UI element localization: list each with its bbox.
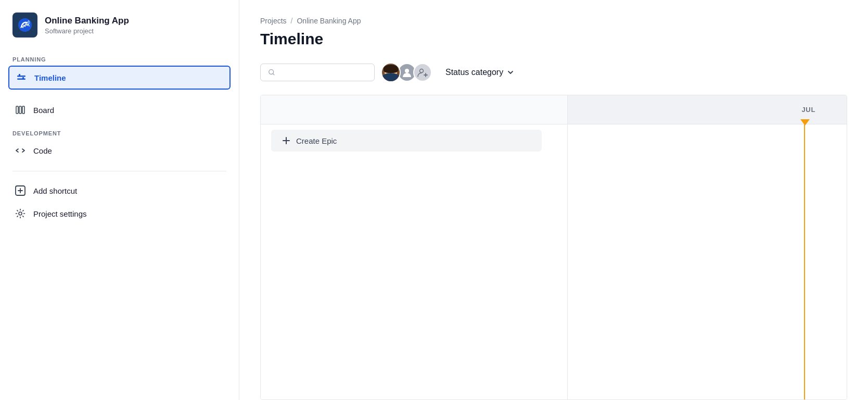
development-section-label: DEVELOPMENT (8, 130, 231, 136)
svg-rect-6 (16, 106, 18, 114)
plus-icon (282, 136, 291, 145)
sidebar-item-code[interactable]: Code (8, 140, 231, 161)
breadcrumb-separator: / (291, 17, 293, 25)
svg-rect-5 (22, 77, 24, 79)
svg-rect-3 (17, 79, 25, 80)
planning-section-label: PLANNING (8, 56, 231, 63)
svg-point-1 (28, 22, 30, 24)
add-shortcut-label: Add shortcut (33, 186, 77, 195)
svg-rect-8 (22, 106, 24, 114)
breadcrumb: Projects / Online Banking App (260, 17, 847, 25)
timeline-header-left (261, 95, 568, 124)
timeline-icon (16, 72, 27, 83)
today-marker (800, 119, 810, 126)
add-user-icon (417, 67, 428, 78)
svg-point-10 (19, 212, 22, 215)
main-inner: Projects / Online Banking App Timeline (239, 0, 868, 95)
sidebar-item-board[interactable]: Board (8, 99, 231, 121)
sidebar-item-timeline[interactable]: Timeline (8, 66, 231, 90)
project-settings-item[interactable]: Project settings (8, 203, 231, 224)
sidebar-item-timeline-label: Timeline (34, 73, 66, 82)
timeline-body: Create Epic (261, 124, 847, 399)
create-epic-button[interactable]: Create Epic (271, 130, 542, 152)
add-shortcut-icon (15, 185, 26, 196)
timeline-left-panel: Create Epic (261, 124, 568, 399)
avatar-user1[interactable] (381, 63, 401, 82)
search-icon (268, 68, 275, 77)
month-label: JUL (801, 106, 815, 114)
svg-rect-7 (19, 106, 21, 114)
board-icon (15, 104, 26, 116)
sidebar-item-code-label: Code (33, 146, 52, 155)
breadcrumb-projects[interactable]: Projects (260, 17, 287, 25)
breadcrumb-current: Online Banking App (297, 17, 361, 25)
sidebar-divider (12, 171, 226, 171)
svg-point-13 (420, 69, 424, 73)
sidebar-item-board-label: Board (33, 106, 54, 115)
settings-icon (15, 208, 26, 219)
search-box[interactable] (260, 64, 375, 81)
page-title: Timeline (260, 30, 847, 48)
today-line (804, 124, 805, 399)
svg-point-12 (405, 69, 409, 73)
sidebar: Online Banking App Software project PLAN… (0, 0, 239, 400)
svg-rect-2 (17, 76, 25, 77)
user-icon (401, 67, 413, 78)
project-name: Online Banking App (45, 16, 129, 26)
toolbar: Status category (260, 63, 847, 82)
add-shortcut-item[interactable]: Add shortcut (8, 180, 231, 202)
svg-point-0 (18, 18, 32, 32)
timeline-right-panel (568, 124, 847, 399)
project-info: Online Banking App Software project (45, 16, 129, 35)
search-input[interactable] (279, 68, 367, 77)
project-type: Software project (45, 27, 129, 35)
timeline-container: JUL Create Epic (260, 95, 847, 400)
create-epic-label: Create Epic (296, 136, 337, 145)
status-category-button[interactable]: Status category (442, 66, 518, 79)
create-epic-row: Create Epic (261, 124, 567, 157)
timeline-header-row: JUL (261, 95, 847, 124)
svg-rect-4 (19, 74, 20, 76)
project-logo (12, 12, 37, 38)
sidebar-header: Online Banking App Software project (8, 12, 231, 38)
main-content: Projects / Online Banking App Timeline (239, 0, 868, 400)
chevron-down-icon (506, 68, 515, 77)
status-category-label: Status category (445, 68, 503, 77)
code-icon (15, 145, 26, 156)
avatar-add-user[interactable] (413, 63, 432, 82)
avatar-group (381, 63, 432, 82)
project-settings-label: Project settings (33, 209, 87, 218)
